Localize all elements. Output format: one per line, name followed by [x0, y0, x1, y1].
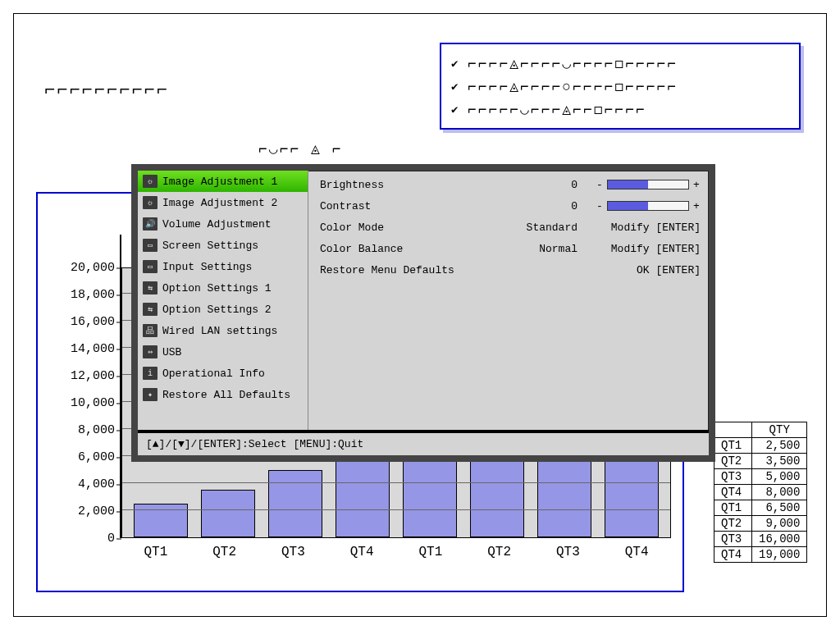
osd-sidebar-item[interactable]: ☼Image Adjustment 1: [138, 171, 308, 192]
osd-item-label: USB: [162, 346, 181, 358]
osd-sidebar-item[interactable]: 🔊Volume Adjustment: [138, 213, 308, 235]
row-restore-defaults[interactable]: Restore Menu Defaults OK [ENTER]: [320, 259, 701, 281]
bar: [134, 504, 188, 537]
y-tick-label: 12,000: [49, 369, 115, 383]
osd-item-label: Option Settings 1: [162, 282, 272, 294]
osd-sidebar-item[interactable]: ▭Input Settings: [138, 256, 308, 277]
osd-item-icon: ☼: [143, 196, 158, 209]
slider-track[interactable]: [607, 180, 689, 189]
table-row: QT316,000: [714, 532, 807, 547]
osd-item-icon: ☼: [143, 175, 158, 188]
osd-item-icon: ✦: [143, 388, 158, 401]
y-tick-label: 6,000: [49, 450, 115, 464]
osd-sidebar-item[interactable]: iOperational Info: [138, 363, 308, 384]
table-cell-label: QT1: [714, 438, 752, 454]
table-cell-value: 6,500: [752, 500, 807, 516]
osd-sidebar-item[interactable]: ✦Restore All Defaults: [138, 384, 308, 405]
plus-icon: +: [692, 200, 701, 212]
bar: [201, 490, 255, 537]
osd-item-icon: ⇆: [143, 303, 158, 316]
table-cell-label: QT4: [714, 485, 752, 500]
x-tick-label: QT4: [350, 545, 374, 559]
table-row: QT16,500: [714, 500, 807, 516]
osd-item-label: Option Settings 2: [162, 304, 272, 316]
minus-icon: -: [596, 200, 604, 212]
row-color-mode[interactable]: Color Mode Standard Modify [ENTER]: [320, 217, 701, 238]
table-cell-label: QT4: [714, 547, 752, 563]
color-mode-action: Modify [ENTER]: [586, 221, 701, 234]
osd-sidebar-item[interactable]: ▭Screen Settings: [138, 235, 308, 256]
table-cell-value: 9,000: [752, 516, 807, 532]
osd-item-label: Image Adjustment 2: [162, 197, 277, 209]
bar: [403, 450, 457, 537]
gridline: [122, 482, 670, 483]
table-cell-value: 5,000: [752, 469, 807, 485]
y-tick-label: 10,000: [49, 396, 115, 410]
table-cell-value: 8,000: [752, 485, 807, 500]
osd-item-label: Screen Settings: [162, 240, 258, 252]
y-tick-label: 20,000: [49, 261, 115, 275]
placeholder-glyphs-2: ⌐◡⌐⌐ ◬ ⌐: [258, 139, 342, 158]
color-mode-label: Color Mode: [320, 221, 504, 234]
checkmark-icon: ✔: [451, 98, 461, 121]
table-header-qty: QTY: [752, 422, 807, 438]
table-cell-label: QT1: [714, 500, 752, 516]
osd-item-label: Restore All Defaults: [162, 389, 290, 401]
placeholder-glyphs-1: ⌐⌐⌐⌐⌐⌐⌐⌐⌐⌐: [44, 80, 169, 101]
row-contrast[interactable]: Contrast 0 - +: [320, 195, 701, 217]
osd-sidebar-item[interactable]: ☼Image Adjustment 2: [138, 192, 308, 213]
brightness-label: Brightness: [320, 179, 504, 191]
row-color-balance[interactable]: Color Balance Normal Modify [ENTER]: [320, 238, 701, 259]
osd-sidebar-item[interactable]: ⇆Option Settings 2: [138, 299, 308, 320]
x-tick-label: QT3: [556, 545, 580, 559]
slider-track[interactable]: [607, 201, 689, 211]
osd-item-icon: ⇔: [143, 345, 158, 358]
qty-table: QTY QT12,500QT23,500QT35,000QT48,000QT16…: [714, 422, 807, 563]
table-cell-label: QT2: [714, 516, 752, 532]
checklist-item[interactable]: ✔ ⌐⌐⌐⌐◬⌐⌐⌐⌐◡⌐⌐⌐⌐◻⌐⌐⌐⌐⌐: [451, 52, 789, 75]
brightness-slider[interactable]: - +: [586, 179, 701, 191]
osd-item-icon: ▭: [143, 239, 158, 252]
color-balance-label: Color Balance: [320, 243, 504, 255]
x-tick-label: QT2: [487, 545, 511, 559]
checkmark-icon: ✔: [451, 52, 461, 75]
y-axis: 20,00018,00016,00014,00012,00010,0008,00…: [46, 235, 121, 538]
y-tick-label: 8,000: [49, 423, 115, 437]
osd-item-label: Image Adjustment 1: [162, 176, 277, 188]
osd-sidebar-item[interactable]: 品Wired LAN settings: [138, 320, 308, 341]
checklist-text: ⌐⌐⌐⌐◬⌐⌐⌐⌐○⌐⌐⌐⌐◻⌐⌐⌐⌐⌐: [468, 75, 678, 98]
osd-item-label: Wired LAN settings: [162, 325, 277, 337]
osd-pane: Brightness 0 - + Contrast 0 - + Color Mo: [308, 171, 709, 430]
table-cell-value: 19,000: [752, 547, 807, 563]
osd-item-label: Operational Info: [162, 368, 265, 380]
contrast-slider[interactable]: - +: [586, 200, 701, 212]
brightness-value: 0: [504, 179, 586, 191]
osd-item-icon: ▭: [143, 260, 158, 273]
osd-item-label: Volume Adjustment: [162, 218, 272, 231]
y-tick-label: 0: [49, 532, 115, 546]
table-row: QT35,000: [714, 469, 807, 485]
minus-icon: -: [596, 179, 604, 191]
slider-fill: [608, 180, 648, 189]
gridline: [122, 509, 670, 510]
checklist-text: ⌐⌐⌐⌐◬⌐⌐⌐⌐◡⌐⌐⌐⌐◻⌐⌐⌐⌐⌐: [468, 52, 678, 75]
osd-sidebar-item[interactable]: ⇔USB: [138, 341, 308, 363]
y-tick-label: 14,000: [49, 342, 115, 356]
osd-sidebar-item[interactable]: ⇆Option Settings 1: [138, 277, 308, 299]
row-brightness[interactable]: Brightness 0 - +: [320, 174, 701, 195]
checklist-item[interactable]: ✔ ⌐⌐⌐⌐◬⌐⌐⌐⌐○⌐⌐⌐⌐◻⌐⌐⌐⌐⌐: [451, 75, 789, 98]
checklist-box: ✔ ⌐⌐⌐⌐◬⌐⌐⌐⌐◡⌐⌐⌐⌐◻⌐⌐⌐⌐⌐ ✔ ⌐⌐⌐⌐◬⌐⌐⌐⌐○⌐⌐⌐⌐◻…: [440, 43, 801, 130]
restore-label: Restore Menu Defaults: [320, 264, 504, 276]
slider-fill: [608, 202, 648, 210]
color-balance-action: Modify [ENTER]: [586, 243, 701, 255]
color-mode-value: Standard: [504, 221, 586, 234]
osd-menu: ☼Image Adjustment 1☼Image Adjustment 2🔊V…: [131, 164, 715, 462]
table-row: QT29,000: [714, 516, 807, 532]
contrast-value: 0: [504, 200, 586, 212]
checklist-item[interactable]: ✔ ⌐⌐⌐⌐⌐◡⌐⌐⌐◬⌐⌐◻⌐⌐⌐⌐: [451, 98, 789, 121]
x-tick-label: QT3: [281, 545, 305, 559]
table-row: QT12,500: [714, 438, 807, 454]
table-row: QT419,000: [714, 547, 807, 563]
plus-icon: +: [692, 179, 701, 191]
table-cell-label: QT2: [714, 454, 752, 469]
